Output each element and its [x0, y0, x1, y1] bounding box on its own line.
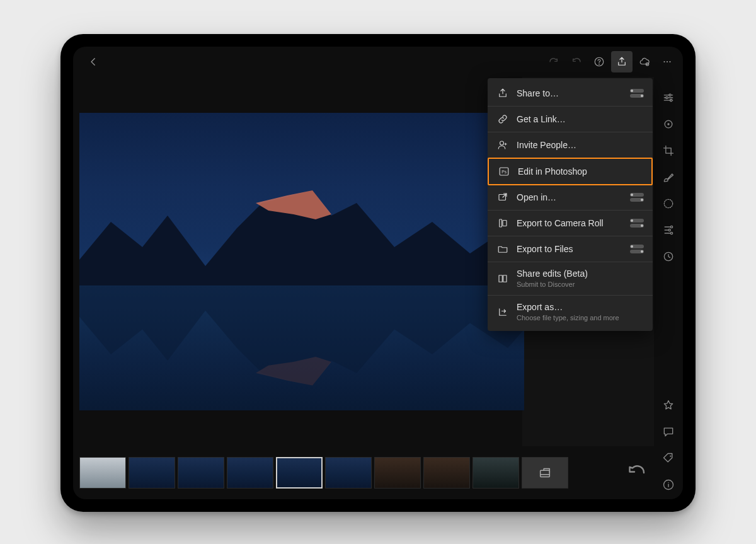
thumbnail-stack-icon[interactable]: [522, 457, 568, 489]
share-button[interactable]: [611, 51, 633, 72]
share-icon: [496, 87, 509, 100]
thumbnail-4[interactable]: [227, 457, 273, 489]
svg-point-17: [670, 456, 671, 457]
cloud-sync-button[interactable]: [634, 51, 655, 72]
thumbnail-6[interactable]: [325, 457, 372, 489]
svg-point-11: [667, 123, 669, 125]
menu-edit-in-photoshop[interactable]: Ps Edit in Photoshop: [488, 158, 653, 185]
star-rating-icon[interactable]: [660, 397, 677, 414]
svg-point-14: [668, 229, 670, 231]
app-screen: Share to… Get a Link… Invite People… Ps: [73, 47, 683, 499]
comments-icon[interactable]: [660, 424, 677, 440]
svg-point-9: [670, 100, 672, 101]
menu-label: Export to Camera Roll: [517, 218, 622, 229]
presets-icon[interactable]: [660, 222, 677, 238]
tablet-frame: Share to… Get a Link… Invite People… Ps: [60, 34, 696, 512]
menu-label: Open in…: [517, 192, 622, 203]
svg-point-19: [668, 482, 668, 483]
menu-get-a-link[interactable]: Get a Link…: [488, 107, 653, 132]
back-button[interactable]: [83, 51, 104, 72]
menu-export-to-files[interactable]: Export to Files: [488, 236, 653, 262]
menu-open-in[interactable]: Open in…: [488, 185, 653, 211]
svg-point-3: [663, 61, 665, 62]
filmstrip: [73, 446, 654, 499]
menu-label-text: Share edits (Beta): [517, 269, 588, 279]
options-toggle-icon[interactable]: [630, 219, 644, 228]
share-edits-icon: [496, 272, 509, 285]
svg-rect-25: [503, 221, 507, 226]
svg-point-20: [500, 141, 504, 145]
export-as-icon: [496, 306, 509, 318]
crop-icon[interactable]: [660, 142, 677, 159]
folder-icon: [496, 243, 509, 255]
svg-rect-27: [503, 275, 507, 282]
menu-share-edits[interactable]: Share edits (Beta) Submit to Discover: [488, 262, 653, 296]
menu-export-camera-roll[interactable]: Export to Camera Roll: [488, 211, 653, 236]
tool-rail: [654, 77, 683, 499]
link-icon: [496, 113, 509, 125]
invite-people-icon: [496, 139, 509, 151]
svg-point-12: [664, 199, 672, 207]
thumbnail-2[interactable]: [129, 457, 175, 489]
svg-point-5: [669, 61, 670, 62]
thumbnail-8[interactable]: [423, 457, 470, 489]
menu-label-text: Export as…: [517, 302, 563, 312]
share-menu: Share to… Get a Link… Invite People… Ps: [488, 78, 653, 331]
topbar: [73, 47, 683, 77]
thumbnail-7[interactable]: [374, 457, 421, 489]
svg-rect-26: [499, 275, 502, 282]
options-toggle-icon[interactable]: [630, 193, 644, 202]
filmstrip-undo-button[interactable]: [625, 461, 648, 484]
svg-point-7: [669, 94, 671, 96]
thumbnail-5-selected[interactable]: [276, 457, 323, 489]
camera-roll-icon: [496, 217, 509, 229]
svg-point-13: [670, 226, 672, 228]
menu-share-to[interactable]: Share to…: [488, 81, 653, 107]
healing-icon[interactable]: [660, 116, 677, 132]
svg-rect-6: [541, 470, 550, 477]
thumbnail-3[interactable]: [178, 457, 224, 489]
svg-point-8: [666, 96, 668, 98]
redo-button[interactable]: [543, 51, 564, 72]
menu-label: Share to…: [517, 88, 622, 99]
adjust-sliders-icon[interactable]: [660, 90, 677, 106]
svg-rect-24: [500, 219, 502, 227]
photoshop-icon: Ps: [498, 165, 510, 178]
svg-point-15: [670, 232, 672, 234]
info-icon[interactable]: [660, 477, 677, 493]
menu-invite-people[interactable]: Invite People…: [488, 132, 653, 158]
options-toggle-icon[interactable]: [630, 245, 644, 253]
help-button[interactable]: [588, 51, 610, 72]
menu-label: Invite People…: [517, 140, 644, 151]
thumbnail-9[interactable]: [472, 457, 519, 489]
svg-point-1: [599, 64, 600, 64]
svg-point-4: [667, 61, 668, 62]
menu-label: Share edits (Beta) Submit to Discover: [517, 269, 644, 289]
open-in-icon: [496, 191, 509, 204]
menu-sublabel: Choose file type, sizing and more: [517, 314, 644, 322]
options-toggle-icon[interactable]: [630, 89, 644, 98]
menu-label: Export as… Choose file type, sizing and …: [517, 302, 644, 322]
versions-icon[interactable]: [660, 248, 677, 265]
menu-sublabel: Submit to Discover: [517, 281, 644, 289]
thumbnail-1[interactable]: [79, 457, 126, 489]
more-button[interactable]: [656, 51, 678, 72]
undo-button[interactable]: [566, 51, 587, 72]
radial-gradient-icon[interactable]: [660, 195, 677, 212]
menu-label: Edit in Photoshop: [518, 166, 643, 177]
menu-label: Get a Link…: [517, 114, 644, 125]
brush-icon[interactable]: [660, 169, 677, 185]
main-photo[interactable]: [79, 113, 524, 410]
menu-export-as[interactable]: Export as… Choose file type, sizing and …: [488, 296, 653, 328]
menu-label: Export to Files: [517, 244, 622, 255]
svg-text:Ps: Ps: [501, 170, 507, 174]
keywords-tag-icon[interactable]: [660, 450, 677, 466]
